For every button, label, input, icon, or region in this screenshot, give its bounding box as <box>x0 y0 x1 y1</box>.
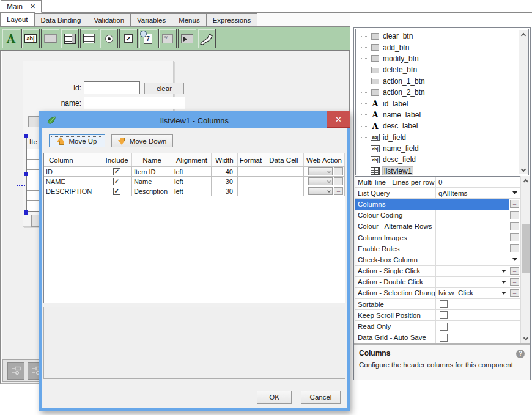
dropdown-arrow-icon[interactable] <box>501 281 506 284</box>
tab-menus[interactable]: Menus <box>172 13 207 26</box>
column-header-width[interactable]: Width <box>212 153 238 166</box>
selection-handle-middle[interactable] <box>24 172 28 176</box>
property-row-action-double-click[interactable]: Action - Double Click... <box>355 277 520 288</box>
column-header-name[interactable]: Name <box>132 153 172 166</box>
include-checkbox[interactable]: ✓ <box>113 178 120 185</box>
tree-item-action-2-btn[interactable]: action_2_btn <box>356 87 528 98</box>
property-row-multi-line-lines-per-row[interactable]: Multi-line - Lines per row0 <box>355 177 520 188</box>
property-row-sortable[interactable]: Sortable <box>355 299 520 310</box>
property-row-column-images[interactable]: Column Images... <box>355 232 520 243</box>
column-header-data-cell[interactable]: Data Cell <box>264 153 304 166</box>
ellipsis-button[interactable]: ... <box>510 278 519 286</box>
property-row-read-only[interactable]: Read Only <box>355 321 520 332</box>
property-row-colour-alternate-rows[interactable]: Colour - Alternate Rows... <box>355 221 520 232</box>
ellipsis-button[interactable]: ... <box>510 244 519 252</box>
property-row-list-query[interactable]: List QueryqAllItems <box>355 188 520 199</box>
checkbox[interactable] <box>440 334 448 342</box>
tree-item-desc-label[interactable]: Adesc_label <box>356 120 528 131</box>
ellipsis-button[interactable]: ... <box>510 200 519 208</box>
scroll-up-icon[interactable] <box>521 177 530 186</box>
move-down-button[interactable]: Move Down <box>111 134 173 147</box>
note-tool[interactable]: xy <box>158 29 177 48</box>
ellipsis-button[interactable]: ... <box>510 289 519 297</box>
column-header-format[interactable]: Format <box>238 153 264 166</box>
property-row-action-single-click[interactable]: Action - Single Click... <box>355 266 520 277</box>
align-left-button[interactable] <box>7 362 24 380</box>
column-header-alignment[interactable]: Alignment <box>172 153 212 166</box>
clear-button[interactable]: clear <box>144 83 184 94</box>
web-action-dropdown[interactable] <box>308 177 333 185</box>
listbox-tool[interactable] <box>61 29 79 48</box>
column-header-include[interactable]: Include <box>102 153 132 166</box>
tab-data-binding[interactable]: Data Binding <box>34 13 88 26</box>
ellipsis-button[interactable]: ... <box>334 187 343 195</box>
media-tool[interactable] <box>178 29 196 48</box>
tree-item-listview1[interactable]: listview1 <box>356 166 528 175</box>
selection-handle-top[interactable] <box>24 134 28 138</box>
include-checkbox[interactable]: ✓ <box>113 188 120 195</box>
tree-item-clear-btn[interactable]: clear_btn <box>356 31 528 42</box>
cancel-button[interactable]: Cancel <box>301 391 341 404</box>
dropdown-arrow-icon[interactable] <box>501 292 506 295</box>
tree-item-name-field[interactable]: ab|name_field <box>356 143 528 154</box>
dialog-close-icon[interactable]: ✕ <box>327 111 350 128</box>
dropdown-arrow-icon[interactable] <box>501 270 506 273</box>
tree-item-add-btn[interactable]: add_btn <box>356 42 528 53</box>
tab-variables[interactable]: Variables <box>130 13 172 26</box>
tree-item-modify-btn[interactable]: modify_btn <box>356 53 528 64</box>
web-action-dropdown[interactable] <box>308 187 333 195</box>
tree-item-id-label[interactable]: Aid_label <box>356 98 528 109</box>
scrollbar-thumb[interactable] <box>522 224 530 273</box>
grid-tool[interactable] <box>80 29 98 48</box>
tree-scrollbar[interactable] <box>519 30 528 174</box>
property-row-columns[interactable]: Columns... <box>355 199 520 210</box>
tab-expressions[interactable]: Expressions <box>206 13 258 26</box>
column-header-web-action[interactable]: Web Action <box>304 153 345 166</box>
column-header-column[interactable]: Column <box>44 153 102 166</box>
dropdown-arrow-icon[interactable] <box>512 191 517 194</box>
label-tool[interactable]: A <box>2 29 20 48</box>
tree-item-action-1-btn[interactable]: action_1_btn <box>356 76 528 87</box>
checkbox[interactable] <box>440 300 448 308</box>
textfield-tool[interactable]: ab| <box>21 29 40 48</box>
property-row-colour-coding[interactable]: Colour Coding... <box>355 210 520 221</box>
table-row-id[interactable]: ID✓Item IDleft40... <box>44 167 345 177</box>
scroll-up-icon[interactable] <box>519 31 528 40</box>
property-row-data-grid-auto-save[interactable]: Data Grid - Auto Save <box>355 332 520 343</box>
tab-main[interactable]: Main ✕ <box>1 0 42 13</box>
property-row-enable-rules[interactable]: Enable Rules... <box>355 243 520 254</box>
tab-close-icon[interactable]: ✕ <box>30 2 35 10</box>
scroll-down-icon[interactable] <box>519 164 528 174</box>
tree-item-delete-btn[interactable]: delete_btn <box>356 64 528 75</box>
name-field[interactable] <box>84 97 185 109</box>
help-icon[interactable]: ? <box>516 350 525 358</box>
radio-button-tool[interactable] <box>100 29 118 48</box>
tree-item-id-field[interactable]: ab|id_field <box>356 132 528 143</box>
ellipsis-button[interactable]: ... <box>334 167 343 175</box>
dialog-titlebar[interactable]: listview1 - Columns ✕ <box>42 114 347 128</box>
pen-tool[interactable] <box>198 29 216 48</box>
dropdown-arrow-icon[interactable] <box>512 258 517 261</box>
web-action-dropdown[interactable] <box>308 167 333 175</box>
ellipsis-button[interactable]: ... <box>510 233 519 241</box>
button-tool[interactable] <box>41 29 59 48</box>
table-row-description[interactable]: DESCRIPTION✓Descriptionleft30... <box>44 186 345 196</box>
property-row-action-selection-change[interactable]: Action - Selection Changelview_Click... <box>355 288 520 299</box>
checkbox[interactable] <box>440 323 448 331</box>
ellipsis-button[interactable]: ... <box>510 222 519 230</box>
ok-button[interactable]: OK <box>257 391 292 404</box>
ellipsis-button[interactable]: ... <box>510 267 519 275</box>
checkbox[interactable] <box>440 311 448 319</box>
tree-item-desc-field[interactable]: ab|desc_field <box>356 154 528 165</box>
selection-handle-bottom[interactable] <box>24 210 28 215</box>
move-up-button[interactable]: Move Up <box>49 134 105 147</box>
checkbox-tool[interactable]: ✓ <box>119 29 138 48</box>
include-checkbox[interactable]: ✓ <box>113 168 120 175</box>
ellipsis-button[interactable]: ... <box>334 177 343 185</box>
table-row-name[interactable]: NAME✓Nameleft30... <box>44 177 345 186</box>
date-picker-tool[interactable]: 7 <box>139 29 157 48</box>
property-row-check-box-column[interactable]: Check-box Column <box>355 254 520 265</box>
tree-item-name-label[interactable]: Aname_label <box>356 109 528 120</box>
property-grid-scrollbar[interactable] <box>520 176 530 343</box>
tab-layout[interactable]: Layout <box>0 12 35 26</box>
